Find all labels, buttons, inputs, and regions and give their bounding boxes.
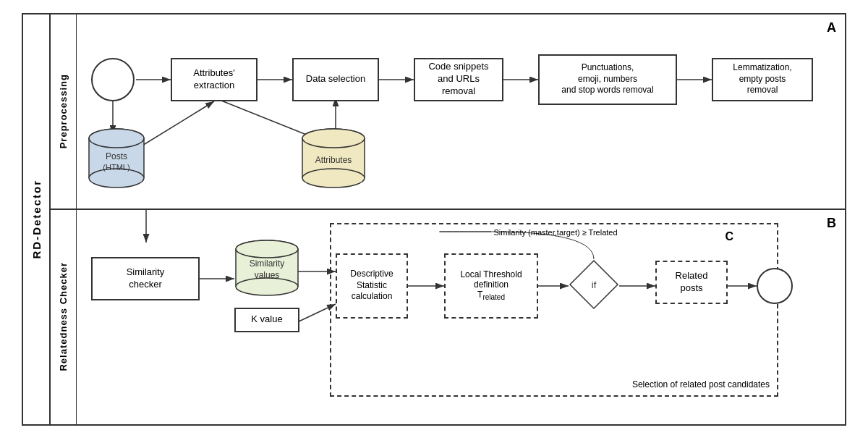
- diamond-svg: if: [569, 259, 619, 310]
- similarity-checker-box: Similarity checker: [91, 257, 200, 300]
- code-snippets-box: Code snippets and URLs removal: [414, 58, 503, 101]
- k-value-box: K value: [234, 308, 299, 332]
- preprocessing-label: Preprocessing: [51, 14, 77, 209]
- relatedness-checker-section: Relatedness Checker B: [51, 210, 845, 424]
- attributes-cylinder-svg: Attributes: [301, 127, 366, 192]
- svg-text:(HTML): (HTML): [103, 163, 129, 172]
- main-content: Preprocessing A: [51, 14, 845, 424]
- section-b-label: B: [827, 216, 836, 231]
- section-c-label: C: [725, 230, 733, 243]
- if-diamond: if: [569, 259, 619, 310]
- svg-point-39: [236, 278, 298, 295]
- related-posts-box: Related posts: [655, 261, 728, 304]
- svg-text:Posts: Posts: [106, 151, 127, 161]
- similarity-values-cylinder: Similarity values: [234, 239, 299, 300]
- svg-point-22: [302, 169, 365, 188]
- data-selection-box: Data selection: [292, 58, 379, 101]
- svg-point-15: [89, 129, 144, 148]
- attributes-cylinder: Attributes: [301, 127, 366, 192]
- similarity-values-svg: Similarity values: [234, 239, 299, 300]
- similarity-label: Similarity (master,target) ≥ Trelated: [454, 228, 657, 237]
- svg-text:Similarity: Similarity: [250, 258, 285, 269]
- svg-text:if: if: [592, 279, 597, 290]
- svg-point-23: [302, 129, 365, 148]
- attributes-extraction-box: Attributes' extraction: [171, 58, 258, 101]
- section-a-label: A: [827, 20, 836, 35]
- relatedness-content: B: [77, 210, 845, 424]
- svg-point-40: [236, 240, 298, 258]
- posts-cylinder: Posts (HTML): [88, 127, 145, 192]
- rd-detector-label: RD-Detector: [23, 14, 51, 424]
- end-circle-bottom: [757, 268, 793, 304]
- punctuations-box: Punctuations, emoji, numbers and stop wo…: [538, 54, 677, 105]
- lemmatization-box: Lemmatization, empty posts removal: [712, 58, 813, 101]
- local-threshold-box: Local Threshold definition Trelated: [444, 253, 538, 319]
- posts-cylinder-svg: Posts (HTML): [88, 127, 145, 192]
- relatedness-label: Relatedness Checker: [51, 210, 77, 424]
- preprocessing-section: Preprocessing A: [51, 14, 845, 210]
- selection-label: Selection of related post candidates: [632, 379, 770, 389]
- preprocessing-content: A: [77, 14, 845, 209]
- svg-text:values: values: [255, 270, 280, 280]
- descriptive-statistic-box: Descriptive Statistic calculation: [336, 253, 408, 319]
- top-arrows: [77, 14, 845, 209]
- start-circle-top: [91, 58, 135, 101]
- svg-text:Attributes: Attributes: [315, 155, 352, 165]
- main-diagram: RD-Detector Preprocessing A: [22, 13, 846, 426]
